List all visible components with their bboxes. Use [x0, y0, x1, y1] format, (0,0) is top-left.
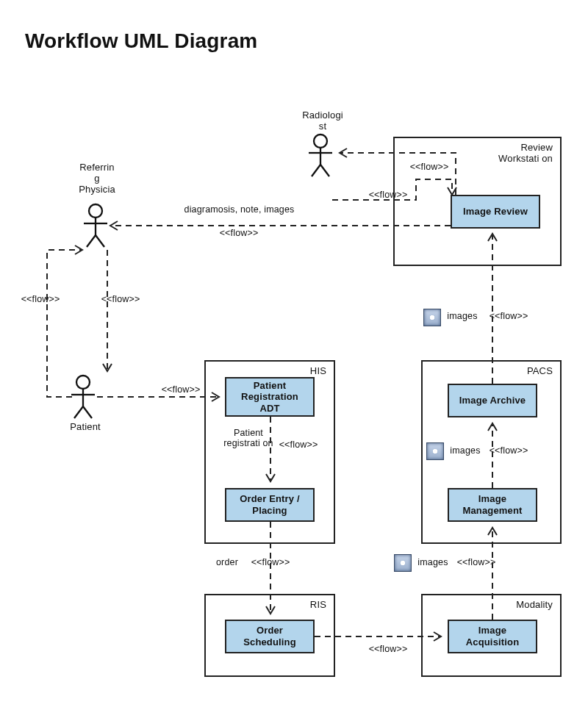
frame-label-pacs: PACS — [494, 366, 553, 377]
frame-label-review: Review Workstati on — [494, 143, 553, 165]
svg-line-3 — [320, 165, 329, 176]
edge-label-flow-archive-review: <<flow>> — [488, 311, 529, 321]
edge-label-flow-phys-right: <<flow>> — [98, 294, 143, 304]
svg-line-8 — [96, 235, 104, 247]
edge-label-flow-patient-to-his: <<flow>> — [160, 384, 201, 395]
frame-label-ris: RIS — [310, 600, 326, 611]
edge-label-images-acq-mgmt: images — [415, 557, 451, 567]
svg-line-12 — [74, 406, 83, 418]
svg-point-5 — [89, 204, 102, 218]
edge-label-images-mgmt-archive: images — [447, 445, 484, 456]
actor-referring_physician-label: Referrin g Physicia — [71, 162, 123, 196]
edge-label-flow-acq-mgmt: <<flow>> — [456, 557, 497, 567]
node-image-archive: Image Archive — [448, 384, 537, 417]
actor-patient-label: Patient — [63, 422, 107, 433]
edge-label-flow-pr: <<flow>> — [278, 440, 319, 450]
node-image-review: Image Review — [451, 195, 540, 229]
node-order-scheduling: Order Scheduling — [225, 620, 315, 653]
actor-physician-icon — [84, 204, 107, 247]
xray-icon — [394, 554, 412, 572]
edge-label-diagnosis: diagramosis, note, images — [182, 204, 296, 215]
node-patient-registration-adt: Patient Registration ADT — [225, 377, 315, 417]
edge-label-flow-diagnosis: <<flow>> — [206, 228, 272, 238]
page-title: Workflow UML Diagram — [25, 29, 257, 53]
svg-point-10 — [76, 376, 90, 389]
svg-point-0 — [314, 134, 327, 148]
node-image-acquisition: Image Acquisition — [448, 620, 537, 653]
svg-line-2 — [312, 165, 320, 176]
svg-line-13 — [83, 406, 92, 418]
actor-radiologist-label: Radiologi st — [297, 110, 348, 132]
edge-label-order: order — [209, 557, 245, 567]
actor-patient-icon — [71, 376, 95, 418]
edge-label-flow-phys-left: <<flow>> — [18, 294, 62, 304]
edge-label-flow-radiologist-out: <<flow>> — [409, 162, 450, 172]
frame-label-his: HIS — [268, 366, 326, 377]
xray-icon — [423, 309, 441, 326]
svg-line-7 — [87, 235, 96, 247]
actor-radiologist-icon — [309, 134, 332, 176]
edge-label-flow-order: <<flow>> — [250, 557, 291, 567]
xray-icon — [426, 442, 444, 460]
edge-label-flow-mgmt-archive: <<flow>> — [488, 445, 529, 456]
frame-label-modality: Modality — [516, 600, 553, 611]
node-image-management: Image Management — [448, 488, 537, 522]
edge-label-patient-registration: Patient registrati on — [222, 428, 275, 449]
node-order-entry: Order Entry / Placing — [225, 488, 315, 522]
edge-label-flow-sched-acq: <<flow>> — [368, 644, 409, 654]
edge-label-flow-radiologist-in: <<flow>> — [368, 190, 409, 200]
edge-label-images-archive-review: images — [444, 311, 481, 321]
